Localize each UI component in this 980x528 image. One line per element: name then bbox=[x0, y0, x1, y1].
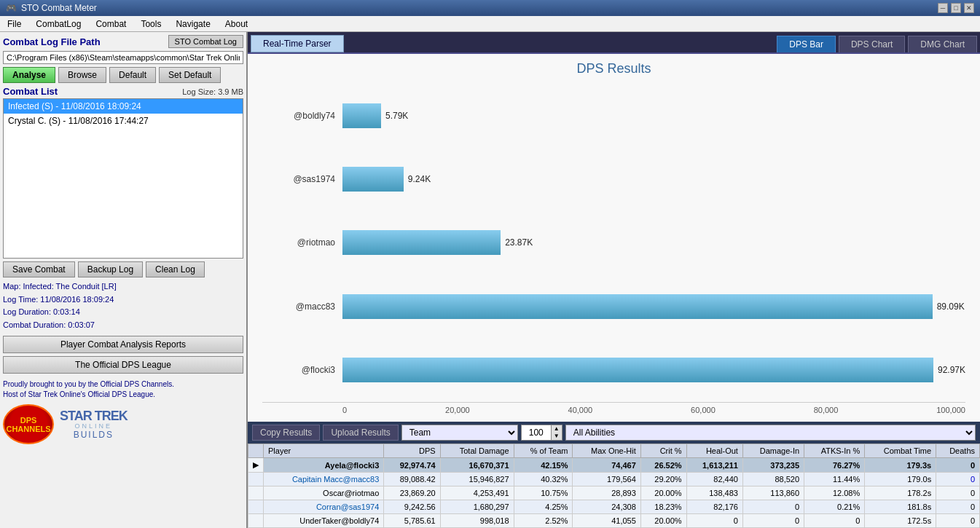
x-axis-4: 80,000 bbox=[814, 406, 839, 414]
bar-container-0: 5.79K bbox=[342, 103, 965, 129]
menu-file[interactable]: File bbox=[0, 17, 28, 31]
cell-dps-0: 92,974.74 bbox=[384, 458, 440, 473]
maximize-button[interactable]: □ bbox=[951, 3, 961, 13]
bar-4 bbox=[342, 358, 933, 382]
combat-list-label: Combat List bbox=[3, 86, 58, 97]
bar-label-0: @boldly74 bbox=[262, 111, 342, 121]
bar-label-4: @flocki3 bbox=[262, 365, 342, 375]
bar-container-4: 92.97K bbox=[342, 357, 965, 383]
menu-combatlog[interactable]: CombatLog bbox=[28, 17, 88, 31]
cell-player-4: UnderTaker@boldly74 bbox=[264, 514, 384, 528]
player-combat-analysis-button[interactable]: Player Combat Analysis Reports bbox=[3, 336, 243, 353]
file-path-input[interactable] bbox=[3, 51, 243, 64]
cell-deaths-1: 0 bbox=[936, 473, 980, 486]
tab-dps-chart[interactable]: DPS Chart bbox=[839, 36, 905, 52]
table-row-3[interactable]: Corran@sas1974 9,242.56 1,680,297 4.25% … bbox=[248, 500, 980, 514]
menu-navigate[interactable]: Navigate bbox=[168, 17, 217, 31]
cell-total-dmg-1: 15,946,827 bbox=[440, 473, 514, 486]
save-combat-button[interactable]: Save Combat bbox=[3, 261, 75, 277]
combat-list-item-0[interactable]: Infected (S) - 11/08/2016 18:09:24 bbox=[4, 99, 243, 114]
cell-player-3[interactable]: Corran@sas1974 bbox=[264, 500, 384, 514]
backup-log-button[interactable]: Backup Log bbox=[78, 261, 143, 277]
combat-list-item-1[interactable]: Crystal C. (S) - 11/08/2016 17:44:27 bbox=[4, 114, 243, 128]
cell-max-hit-4: 41,055 bbox=[573, 514, 640, 528]
th-arrow bbox=[248, 444, 264, 458]
sto-combat-log-button[interactable]: STO Combat Log bbox=[168, 35, 243, 48]
cell-crit-2: 20.00% bbox=[640, 486, 686, 500]
table-row-0[interactable]: ▶ Ayela@flocki3 92,974.74 16,670,371 42.… bbox=[248, 458, 980, 473]
tab-dmg-chart[interactable]: DMG Chart bbox=[908, 36, 977, 52]
title-bar: 🎮 STO Combat Meter ─ □ ✕ bbox=[0, 0, 980, 16]
cell-dmg-in-2: 113,860 bbox=[742, 486, 804, 500]
upload-results-button[interactable]: Upload Results bbox=[323, 425, 398, 441]
clean-log-button[interactable]: Clean Log bbox=[146, 261, 205, 277]
top-tabs: Real-Time Parser DPS Bar DPS Chart DMG C… bbox=[248, 32, 980, 54]
cell-player-1[interactable]: Capitain Macc@macc83 bbox=[264, 473, 384, 486]
x-axis-1: 20,000 bbox=[445, 406, 470, 414]
menu-about[interactable]: About bbox=[218, 17, 255, 31]
th-dmg-in: Damage-In bbox=[742, 444, 804, 458]
spin-up-button[interactable]: ▲ bbox=[552, 425, 562, 433]
bar-value-4: 92.97K bbox=[938, 365, 965, 375]
log-time: Log Time: 11/08/2016 18:09:24 bbox=[3, 293, 243, 307]
spin-down-button[interactable]: ▼ bbox=[552, 433, 562, 440]
ability-select[interactable]: All Abilities bbox=[565, 425, 976, 441]
row-arrow-3 bbox=[248, 500, 264, 514]
menu-tools[interactable]: Tools bbox=[133, 17, 168, 31]
team-select[interactable]: Team All Players bbox=[401, 425, 518, 441]
row-arrow-0: ▶ bbox=[248, 458, 264, 473]
tab-realtime-parser[interactable]: Real-Time Parser bbox=[251, 35, 344, 52]
bar-1 bbox=[342, 167, 404, 192]
cell-crit-0: 26.52% bbox=[640, 458, 686, 473]
cell-total-dmg-4: 998,018 bbox=[440, 514, 514, 528]
cell-crit-1: 29.20% bbox=[640, 473, 686, 486]
tab-dps-bar[interactable]: DPS Bar bbox=[777, 36, 836, 52]
th-deaths: Deaths bbox=[936, 444, 980, 458]
cell-dmg-in-1: 88,520 bbox=[742, 473, 804, 486]
default-button[interactable]: Default bbox=[109, 67, 156, 83]
th-atks-in: ATKS-In % bbox=[804, 444, 865, 458]
right-panel: Real-Time Parser DPS Bar DPS Chart DMG C… bbox=[248, 32, 980, 528]
cell-deaths-2: 0 bbox=[936, 486, 980, 500]
copy-results-button[interactable]: Copy Results bbox=[252, 425, 320, 441]
set-default-button[interactable]: Set Default bbox=[159, 67, 221, 83]
chart-area: DPS Results @boldly74 5.79K @sas1974 9.2… bbox=[248, 54, 980, 422]
bar-value-3: 89.09K bbox=[937, 302, 965, 312]
minimize-button[interactable]: ─ bbox=[938, 3, 948, 13]
th-max-hit: Max One-Hit bbox=[573, 444, 640, 458]
star-trek-logo: STAR TREK ONLINE BUILDS bbox=[60, 409, 128, 440]
cell-max-hit-1: 179,564 bbox=[573, 473, 640, 486]
cell-heal-out-1: 82,440 bbox=[686, 473, 742, 486]
app-title: STO Combat Meter bbox=[21, 3, 97, 13]
official-dps-league-button[interactable]: The Official DPS League bbox=[3, 356, 243, 374]
star-trek-text: STAR TREK bbox=[60, 409, 128, 422]
browse-button[interactable]: Browse bbox=[58, 67, 106, 83]
close-button[interactable]: ✕ bbox=[964, 3, 974, 13]
analyse-button[interactable]: Analyse bbox=[3, 67, 55, 83]
combat-list[interactable]: Infected (S) - 11/08/2016 18:09:24 Cryst… bbox=[3, 98, 243, 259]
cell-dps-2: 23,869.20 bbox=[384, 486, 440, 500]
x-axis-2: 40,000 bbox=[568, 406, 593, 414]
cell-dps-1: 89,088.42 bbox=[384, 473, 440, 486]
menu-combat[interactable]: Combat bbox=[88, 17, 133, 31]
title-bar-controls: ─ □ ✕ bbox=[938, 3, 974, 13]
table-row-2[interactable]: Oscar@riotmao 23,869.20 4,253,491 10.75%… bbox=[248, 486, 980, 500]
cell-heal-out-2: 138,483 bbox=[686, 486, 742, 500]
cell-atks-in-2: 12.08% bbox=[804, 486, 865, 500]
x-axis-5: 100,000 bbox=[936, 406, 965, 414]
cell-player-0: Ayela@flocki3 bbox=[264, 458, 384, 473]
row-arrow-4 bbox=[248, 514, 264, 528]
table-row-1[interactable]: Capitain Macc@macc83 89,088.42 15,946,82… bbox=[248, 473, 980, 486]
cell-total-dmg-3: 1,680,297 bbox=[440, 500, 514, 514]
bar-value-1: 9.24K bbox=[408, 174, 431, 184]
num-input[interactable] bbox=[522, 425, 551, 440]
combat-duration: Combat Duration: 0:03:07 bbox=[3, 319, 243, 332]
table-row-4[interactable]: UnderTaker@boldly74 5,785.61 998,018 2.5… bbox=[248, 514, 980, 528]
bar-label-1: @sas1974 bbox=[262, 174, 342, 184]
app-icon: 🎮 bbox=[6, 3, 17, 13]
cell-combat-time-0: 179.3s bbox=[865, 458, 936, 473]
chart-title: DPS Results bbox=[262, 61, 965, 76]
combat-log-file-path-label: Combat Log File Path bbox=[3, 36, 101, 47]
bar-chart: @boldly74 5.79K @sas1974 9.24K @riotmao bbox=[262, 84, 965, 402]
table-header-row: Player DPS Total Damage % of Team Max On… bbox=[248, 444, 980, 458]
